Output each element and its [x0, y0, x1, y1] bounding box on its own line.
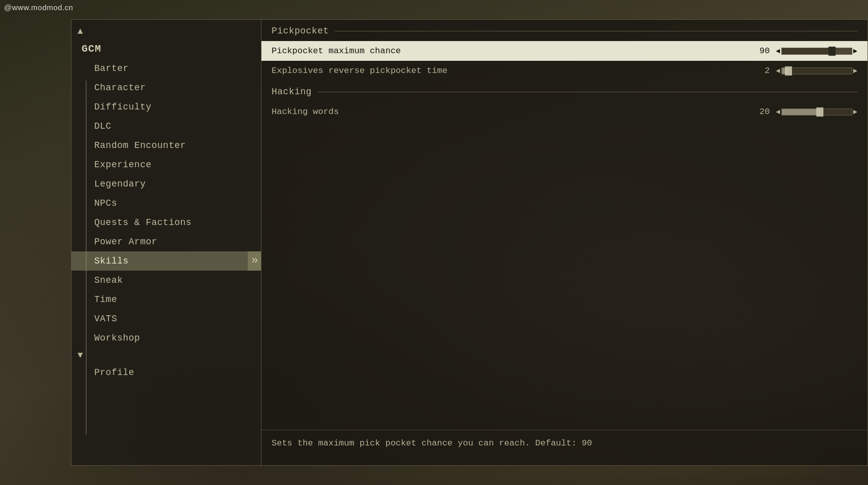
sidebar-item-npcs[interactable]: NPCs [71, 194, 261, 213]
slider-thumb [828, 47, 836, 56]
watermark: @www.modmod.cn [4, 3, 73, 12]
sidebar-item-character[interactable]: Character [71, 78, 261, 97]
slider-fill [782, 48, 832, 54]
section-divider [335, 31, 857, 31]
setting-pickpocket-max-chance[interactable]: Pickpocket maximum chance 90 ◄ ► [261, 41, 867, 61]
sidebar-item-vats[interactable]: VATS [71, 309, 261, 328]
ui-container: ▲ GCM Barter Character Difficulty DLC Ra… [71, 19, 868, 466]
setting-explosives-reverse-pickpocket[interactable]: Explosives reverse pickpocket time 2 ◄ ► [261, 61, 867, 81]
scroll-down-button[interactable]: ▼ [71, 348, 261, 363]
sidebar-item-time[interactable]: Time [71, 290, 261, 309]
slider-right-arrow[interactable]: ► [853, 108, 857, 116]
setting-value: 2 [754, 66, 770, 76]
sidebar-item-experience[interactable]: Experience [71, 155, 261, 174]
sidebar-item-skills[interactable]: Skills [71, 251, 261, 271]
slider-left-arrow[interactable]: ◄ [776, 108, 780, 116]
slider-track[interactable] [781, 67, 852, 74]
sidebar-item-sneak[interactable]: Sneak [71, 271, 261, 290]
scroll-up-icon: ▲ [78, 27, 83, 36]
slider-right-arrow[interactable]: ► [853, 67, 857, 75]
description-area: Sets the maximum pick pocket chance you … [261, 430, 867, 465]
scroll-down-icon: ▼ [78, 351, 83, 360]
section-divider [318, 92, 857, 92]
sidebar-item-difficulty[interactable]: Difficulty [71, 97, 261, 117]
slider-container[interactable]: ◄ ► [776, 47, 857, 55]
sidebar-item-workshop[interactable]: Workshop [71, 328, 261, 348]
setting-label: Pickpocket maximum chance [272, 46, 754, 56]
sidebar-item-dlc[interactable]: DLC [71, 117, 261, 136]
slider-track[interactable] [781, 108, 852, 116]
pickpocket-section-header: Pickpocket [261, 20, 867, 41]
slider-container[interactable]: ◄ ► [776, 67, 857, 75]
slider-left-arrow[interactable]: ◄ [776, 67, 780, 75]
right-panel-content: Pickpocket Pickpocket maximum chance 90 … [261, 20, 867, 430]
sidebar-item-legendary[interactable]: Legendary [71, 174, 261, 194]
slider-fill [782, 109, 820, 115]
right-panel: Pickpocket Pickpocket maximum chance 90 … [261, 19, 868, 466]
slider-thumb [785, 66, 792, 76]
left-panel: ▲ GCM Barter Character Difficulty DLC Ra… [71, 19, 261, 466]
hacking-section-header: Hacking [261, 81, 867, 102]
sidebar-item-quests-factions[interactable]: Quests & Factions [71, 213, 261, 232]
slider-thumb [816, 107, 823, 117]
sidebar-item-power-armor[interactable]: Power Armor [71, 232, 261, 251]
setting-label: Explosives reverse pickpocket time [272, 66, 754, 76]
scroll-up-button[interactable]: ▲ [71, 24, 261, 39]
left-panel-inner: ▲ GCM Barter Character Difficulty DLC Ra… [71, 20, 261, 465]
slider-track[interactable] [781, 48, 852, 55]
setting-label: Hacking words [272, 107, 754, 117]
setting-value: 20 [754, 107, 770, 117]
slider-container[interactable]: ◄ ► [776, 108, 857, 116]
sidebar-item-profile[interactable]: Profile [71, 363, 261, 382]
setting-value: 90 [754, 46, 770, 56]
setting-hacking-words[interactable]: Hacking words 20 ◄ ► [261, 102, 867, 122]
slider-left-arrow[interactable]: ◄ [776, 47, 780, 55]
gcm-header: GCM [71, 39, 261, 59]
sidebar-item-barter[interactable]: Barter [71, 59, 261, 78]
sidebar-item-random-encounter[interactable]: Random Encounter [71, 136, 261, 155]
slider-right-arrow[interactable]: ► [853, 47, 857, 55]
